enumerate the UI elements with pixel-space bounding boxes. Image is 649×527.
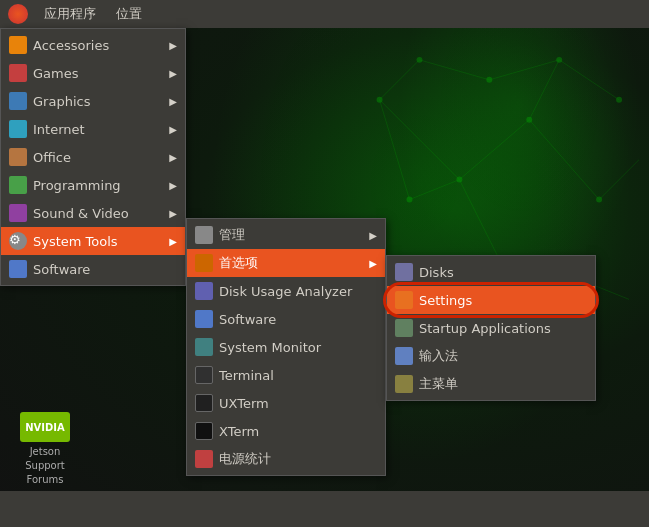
menu-item-startup[interactable]: Startup Applications: [387, 314, 595, 342]
terminal-label: Terminal: [219, 368, 377, 383]
svg-point-17: [526, 117, 532, 123]
accessories-icon: [9, 36, 27, 54]
taskbar: [0, 491, 649, 527]
power-icon: [195, 450, 213, 468]
sound-label: Sound & Video: [33, 206, 163, 221]
diskusage-icon: [195, 282, 213, 300]
menu-item-games[interactable]: Games ▶: [1, 59, 185, 87]
nvidia-line2: Support: [20, 459, 70, 473]
menu-item-programming[interactable]: Programming ▶: [1, 171, 185, 199]
internet-arrow: ▶: [169, 124, 177, 135]
accessories-label: Accessories: [33, 38, 163, 53]
uxterm-icon: [195, 394, 213, 412]
menu-item-graphics[interactable]: Graphics ▶: [1, 87, 185, 115]
menu-level2: 管理 ▶ 首选项 ▶ Disk Usage Analyzer Software …: [186, 218, 386, 476]
disks-icon: [395, 263, 413, 281]
graphics-icon: [9, 92, 27, 110]
svg-line-8: [489, 60, 559, 80]
menu-item-system-tools[interactable]: ⚙ System Tools ▶: [1, 227, 185, 255]
monitor-icon: [195, 338, 213, 356]
manage-arrow: ▶: [369, 230, 377, 241]
svg-point-22: [416, 57, 422, 63]
accessories-arrow: ▶: [169, 40, 177, 51]
menubar-apps[interactable]: 应用程序: [36, 3, 104, 25]
menu-item-accessories[interactable]: Accessories ▶: [1, 31, 185, 59]
menu-item-software2[interactable]: Software: [187, 305, 385, 333]
nvidia-widget[interactable]: NVIDIA Jetson Support Forums: [20, 412, 70, 487]
terminal-icon: [195, 366, 213, 384]
menu-item-manage[interactable]: 管理 ▶: [187, 221, 385, 249]
menubar-places[interactable]: 位置: [108, 3, 150, 25]
power-label: 电源统计: [219, 450, 377, 468]
svg-point-24: [556, 57, 562, 63]
input-icon: [395, 347, 413, 365]
svg-line-2: [529, 120, 599, 200]
menu-item-terminal[interactable]: Terminal: [187, 361, 385, 389]
menu-item-sound-video[interactable]: Sound & Video ▶: [1, 199, 185, 227]
menu-item-office[interactable]: Office ▶: [1, 143, 185, 171]
games-label: Games: [33, 66, 163, 81]
software2-label: Software: [219, 312, 377, 327]
office-icon: [9, 148, 27, 166]
svg-point-23: [486, 77, 492, 83]
svg-line-9: [559, 60, 619, 100]
options-arrow: ▶: [369, 258, 377, 269]
systemtools-arrow: ▶: [169, 236, 177, 247]
ubuntu-logo: [8, 4, 28, 24]
software2-icon: [195, 310, 213, 328]
settings-icon: [395, 291, 413, 309]
menu-item-disks[interactable]: Disks: [387, 258, 595, 286]
menu-item-input[interactable]: 输入法: [387, 342, 595, 370]
nvidia-line3: Forums: [20, 473, 70, 487]
software-label: Software: [33, 262, 177, 277]
menu-item-options[interactable]: 首选项 ▶: [187, 249, 385, 277]
games-arrow: ▶: [169, 68, 177, 79]
manage-icon: [195, 226, 213, 244]
menu-item-internet[interactable]: Internet ▶: [1, 115, 185, 143]
svg-point-25: [616, 97, 622, 103]
svg-line-6: [380, 60, 420, 100]
graphics-arrow: ▶: [169, 96, 177, 107]
xterm-icon: [195, 422, 213, 440]
monitor-label: System Monitor: [219, 340, 377, 355]
diskusage-label: Disk Usage Analyzer: [219, 284, 377, 299]
mainmenu-icon: [395, 375, 413, 393]
menu-item-disk-usage[interactable]: Disk Usage Analyzer: [187, 277, 385, 305]
menu-level1: Accessories ▶ Games ▶ Graphics ▶ Interne…: [0, 28, 186, 286]
svg-point-16: [456, 177, 462, 183]
svg-line-10: [599, 160, 639, 200]
office-label: Office: [33, 150, 163, 165]
menubar: 应用程序 位置: [0, 0, 649, 28]
svg-line-1: [459, 120, 529, 180]
graphics-label: Graphics: [33, 94, 163, 109]
programming-arrow: ▶: [169, 180, 177, 191]
svg-point-15: [377, 97, 383, 103]
mainmenu-label: 主菜单: [419, 375, 587, 393]
menu-item-system-monitor[interactable]: System Monitor: [187, 333, 385, 361]
nvidia-logo: NVIDIA: [20, 412, 70, 442]
svg-point-26: [407, 197, 413, 203]
internet-icon: [9, 120, 27, 138]
svg-line-7: [419, 60, 489, 80]
menu-item-uxterm[interactable]: UXTerm: [187, 389, 385, 417]
internet-label: Internet: [33, 122, 163, 137]
settings-label: Settings: [419, 293, 587, 308]
menu-item-power[interactable]: 电源统计: [187, 445, 385, 473]
menu-item-mainmenu[interactable]: 主菜单: [387, 370, 595, 398]
menu-level3: Disks Settings Startup Applications 输入法 …: [386, 255, 596, 401]
svg-line-13: [410, 180, 460, 200]
menu-item-software[interactable]: Software: [1, 255, 185, 283]
manage-label: 管理: [219, 226, 363, 244]
nvidia-text: Jetson Support Forums: [20, 445, 70, 487]
svg-line-3: [459, 180, 499, 260]
sound-icon: [9, 204, 27, 222]
menu-item-xterm[interactable]: XTerm: [187, 417, 385, 445]
nvidia-line1: Jetson: [20, 445, 70, 459]
input-label: 输入法: [419, 347, 587, 365]
svg-line-12: [529, 60, 559, 120]
sound-arrow: ▶: [169, 208, 177, 219]
svg-point-18: [596, 197, 602, 203]
software-icon: [9, 260, 27, 278]
menu-item-settings[interactable]: Settings: [387, 286, 595, 314]
startup-icon: [395, 319, 413, 337]
